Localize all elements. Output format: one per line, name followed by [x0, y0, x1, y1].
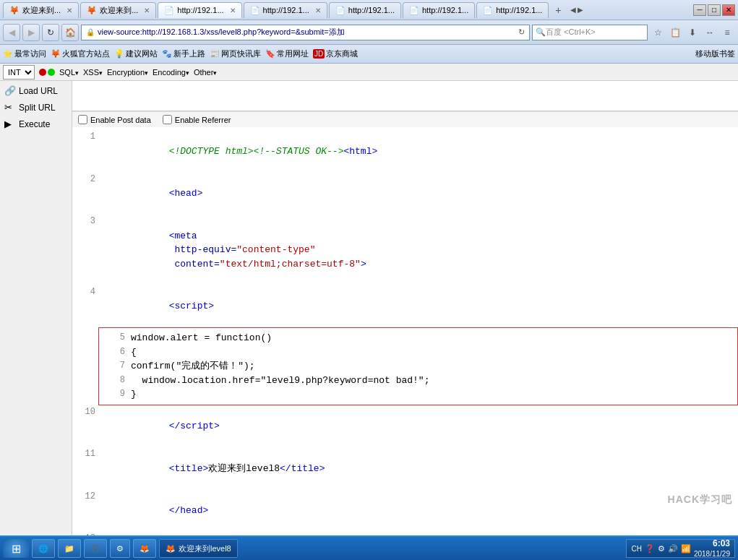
taskbar-item-firefox[interactable]: 🦊: [133, 539, 156, 558]
taskbar-item-explorer[interactable]: 📁: [58, 539, 81, 558]
source-view: 1 <!DOCTYPE html><!--STATUS OK--><html> …: [72, 127, 738, 535]
line-num-13: 13: [75, 532, 95, 535]
taskbar-firefox2-label: 欢迎来到level8: [179, 543, 231, 554]
address-refresh-icon[interactable]: ↻: [518, 27, 525, 37]
tray-help-icon[interactable]: ❓: [645, 544, 655, 553]
taskbar-item-app1[interactable]: ⚙: [110, 539, 130, 558]
hackbar-sql-menu[interactable]: SQL: [59, 68, 79, 77]
bookmark-most-visited[interactable]: ⭐ 最常访问: [3, 48, 46, 59]
minimize-button[interactable]: ─: [693, 4, 706, 16]
bookmark-suggest[interactable]: 💡 建议网站: [114, 48, 158, 59]
bookmark-label: 建议网站: [126, 48, 158, 59]
forward-button[interactable]: ▶: [22, 24, 40, 41]
line-content-11: <title>欢迎来到level8</title>: [101, 447, 735, 490]
source-line-6: 6 {: [105, 345, 731, 360]
bookmark-jd[interactable]: JD 京东商城: [313, 48, 358, 59]
title-bar: 🦊 欢迎来到... ✕ 🦊 欢迎来到... ✕ 📄 http://192.1..…: [0, 0, 738, 20]
most-visited-icon: ⭐: [3, 49, 13, 59]
suggest-icon: 💡: [114, 49, 124, 59]
enable-area: Enable Post data Enable Referrer: [72, 111, 738, 127]
maximize-button[interactable]: □: [708, 4, 721, 16]
tab-scroll-left[interactable]: ◀: [570, 6, 576, 14]
home-button[interactable]: 🏠: [61, 24, 79, 41]
tray-volume-icon[interactable]: 🔊: [668, 544, 678, 553]
reload-button[interactable]: ↻: [42, 24, 59, 41]
bookmark-list-button[interactable]: 📋: [667, 25, 683, 40]
tab-1[interactable]: 🦊 欢迎来到... ✕: [3, 2, 79, 18]
line-num-8: 8: [105, 374, 125, 387]
split-url-icon: ✂: [4, 102, 16, 113]
tab-close-4[interactable]: ✕: [315, 7, 321, 14]
tab-scroll-right[interactable]: ▶: [578, 6, 583, 14]
hackbar-xss-menu[interactable]: XSS: [83, 68, 103, 77]
taskbar-item-ie[interactable]: 🌐: [32, 539, 55, 558]
bookmark-label: 常用网址: [277, 48, 309, 59]
bookmark-label: 火狐官方站点: [62, 48, 110, 59]
taskbar-item-firefox2[interactable]: 🦊 欢迎来到level8: [159, 539, 238, 558]
mobile-bookmark[interactable]: 移动版书签: [695, 48, 735, 59]
hackbar-mode-select[interactable]: INT: [3, 65, 35, 79]
line-num-4: 4: [75, 285, 95, 298]
line-content-6: {: [131, 345, 731, 360]
hackbar-encryption-menu[interactable]: Encryption: [107, 68, 148, 77]
tab-close-2[interactable]: ✕: [144, 7, 150, 14]
back-button[interactable]: ◀: [3, 24, 20, 41]
menu-button[interactable]: ≡: [719, 25, 735, 40]
main-area: 🔗 Load URL ✂ Split URL ▶ Execute: [0, 81, 738, 535]
bookmark-star-button[interactable]: ☆: [650, 25, 666, 40]
line-num-2: 2: [75, 173, 95, 186]
execute-button[interactable]: ▶ Execute: [0, 116, 72, 132]
address-bar[interactable]: 🔒 view-source:http://192.168.1.3/xss/lev…: [81, 25, 530, 40]
watermark: HACK学习吧: [668, 494, 732, 507]
window-controls: ─ □ ✕: [693, 4, 735, 16]
source-line-1: 1 <!DOCTYPE html><!--STATUS OK--><html>: [72, 130, 738, 173]
start-button[interactable]: ⊞: [3, 539, 29, 558]
browser-window: 🦊 欢迎来到... ✕ 🦊 欢迎来到... ✕ 📄 http://192.1..…: [0, 0, 738, 560]
line-num-10: 10: [75, 405, 95, 418]
search-bar[interactable]: 🔍 百度 <Ctrl+K>: [532, 25, 648, 40]
download-button[interactable]: ⬇: [685, 25, 700, 40]
tray-settings-icon[interactable]: ⚙: [658, 544, 665, 553]
enable-post-checkbox[interactable]: Enable Post data: [78, 115, 151, 124]
split-url-button[interactable]: ✂ Split URL: [0, 99, 72, 116]
source-line-10: 10 </script>: [72, 405, 738, 448]
new-tab-button[interactable]: +: [550, 2, 566, 18]
hackbar-encoding-menu[interactable]: Encoding: [153, 68, 189, 77]
jd-icon: JD: [313, 49, 325, 59]
tab-close-1[interactable]: ✕: [66, 7, 72, 14]
line-content-3: <meta http-equiv="content-type" content=…: [101, 215, 735, 285]
source-line-13: 13 <body>: [72, 532, 738, 535]
taskbar-app1-icon: ⚙: [116, 544, 124, 553]
bookmark-firefox[interactable]: 🦊 火狐官方站点: [51, 48, 110, 59]
tab-3[interactable]: 📄 http://192.1... ✕: [158, 2, 241, 18]
enable-referrer-label: Enable Referrer: [175, 116, 231, 124]
tab-4[interactable]: 📄 http://192.1... ✕: [244, 2, 327, 18]
bookmark-newbie[interactable]: 🐾 新手上路: [162, 48, 205, 59]
line-num-9: 9: [105, 387, 125, 400]
tab-7[interactable]: 📄 http://192.1...: [476, 2, 549, 18]
post-checkbox-input[interactable]: [78, 115, 87, 124]
tab-6[interactable]: 📄 http://192.1...: [403, 2, 475, 18]
line-content-1: <!DOCTYPE html><!--STATUS OK--><html>: [101, 130, 735, 173]
source-line-7: 7 confirm("完成的不错！");: [105, 359, 731, 374]
hackbar-other-menu[interactable]: Other: [194, 68, 218, 77]
tab-2[interactable]: 🦊 欢迎来到... ✕: [80, 2, 156, 18]
tab-5[interactable]: 📄 http://192.1...: [329, 2, 401, 18]
taskbar-firefox2-icon: 🦊: [166, 544, 176, 553]
bookmark-common[interactable]: 🔖 常用网址: [265, 48, 309, 59]
source-line-12: 12 </head>: [72, 490, 738, 533]
enable-post-label: Enable Post data: [90, 116, 151, 124]
line-num-1: 1: [75, 130, 95, 143]
referrer-checkbox-input[interactable]: [163, 115, 172, 124]
enable-referrer-checkbox[interactable]: Enable Referrer: [163, 115, 231, 124]
tray-network-icon[interactable]: 📶: [681, 544, 691, 553]
tab-close-3[interactable]: ✕: [230, 7, 236, 14]
windows-logo: ⊞: [12, 542, 21, 556]
bookmark-news[interactable]: 📰 网页快讯库: [210, 48, 261, 59]
sync-button[interactable]: ↔: [702, 25, 718, 40]
load-url-button[interactable]: 🔗 Load URL: [0, 82, 72, 99]
close-button[interactable]: ✕: [722, 4, 735, 16]
url-input[interactable]: [75, 84, 735, 105]
script-block-border: 5 window.alert = function() 6 { 7 confir…: [98, 327, 738, 405]
taskbar-item-media[interactable]: 🎵: [84, 539, 107, 558]
